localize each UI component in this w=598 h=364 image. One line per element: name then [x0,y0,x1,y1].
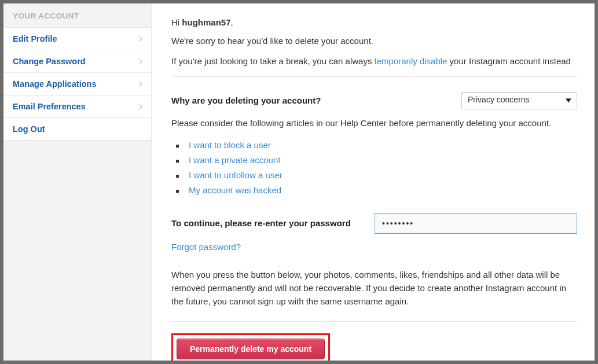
chevron-right-icon [137,58,143,64]
main-content: Hi hughman57, We're sorry to hear you'd … [152,3,595,361]
username: hughman57 [182,17,230,27]
greeting-prefix: Hi [171,17,182,27]
break-prefix: If you're just looking to take a break, … [171,56,375,66]
permanently-delete-button[interactable]: Permanently delete my account [177,339,325,359]
help-link-private-account[interactable]: I want a private account [182,153,577,168]
break-text: If you're just looking to take a break, … [171,54,577,68]
chevron-right-icon [137,81,143,87]
greeting-suffix: , [231,17,233,27]
greeting-line: Hi hughman57, [171,17,577,27]
reason-row: Why are you deleting your account? Priva… [171,92,577,109]
help-link-block-user[interactable]: I want to block a user [182,138,577,153]
divider [171,321,577,322]
sidebar-header: YOUR ACCOUNT [3,3,151,28]
chevron-right-icon [137,36,143,42]
sidebar-item-label: Manage Applications [13,79,96,89]
app-window: YOUR ACCOUNT Edit Profile Change Passwor… [3,3,595,361]
help-link-unfollow-user[interactable]: I want to unfollow a user [182,168,577,183]
sidebar-item-label: Email Preferences [13,102,86,111]
reason-select-value: Privacy concerns [461,92,577,109]
warning-text: When you press the button below, your ph… [171,268,577,308]
sidebar-item-manage-applications[interactable]: Manage Applications [3,72,151,95]
forgot-password-link[interactable]: Forgot password? [171,242,241,252]
password-input[interactable] [375,213,577,234]
sidebar-item-label: Log Out [13,124,45,134]
sidebar-item-label: Change Password [13,57,86,66]
sidebar-item-label: Edit Profile [13,34,57,43]
divider [171,76,577,77]
sidebar: YOUR ACCOUNT Edit Profile Change Passwor… [3,3,152,361]
sorry-text: We're sorry to hear you'd like to delete… [171,34,577,47]
password-row: To continue, please re-enter your passwo… [171,213,577,234]
why-question: Why are you deleting your account? [171,95,321,105]
sidebar-item-log-out[interactable]: Log Out [3,117,151,141]
sidebar-item-edit-profile[interactable]: Edit Profile [3,27,151,50]
sidebar-list: Edit Profile Change Password Manage Appl… [3,27,151,141]
sidebar-item-email-preferences[interactable]: Email Preferences [3,95,151,118]
help-link-account-hacked[interactable]: My account was hacked [182,183,577,198]
chevron-right-icon [137,104,143,109]
delete-button-highlight: Permanently delete my account [171,333,330,361]
consider-text: Please consider the following articles i… [171,116,577,130]
temporarily-disable-link[interactable]: temporarily disable [375,56,447,66]
help-links-list: I want to block a user I want a private … [182,138,577,198]
sidebar-item-change-password[interactable]: Change Password [3,50,151,73]
reason-select[interactable]: Privacy concerns [461,92,577,109]
break-suffix: your Instagram account instead [447,56,570,66]
reenter-password-label: To continue, please re-enter your passwo… [171,218,351,228]
